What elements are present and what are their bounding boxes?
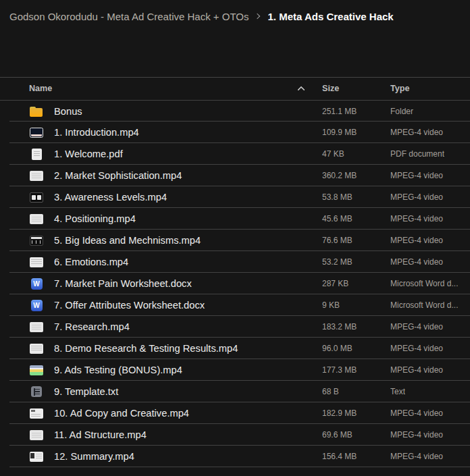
file-size: 183.2 MB xyxy=(322,322,357,332)
file-type: MPEG-4 video xyxy=(390,236,443,245)
file-size: 47 KB xyxy=(322,149,344,159)
file-size: 45.6 MB xyxy=(322,214,352,223)
file-row[interactable]: 7. Research.mp4 183.2 MB MPEG-4 video xyxy=(0,316,470,338)
file-type: MPEG-4 video xyxy=(390,430,443,440)
file-size: 109.9 MB xyxy=(322,128,357,137)
table-header: Name Size Type xyxy=(0,77,470,101)
file-list: Bonus 251.1 MB Folder 1. Introduction.mp… xyxy=(0,101,470,467)
file-row[interactable]: 3. Awareness Levels.mp4 53.8 MB MPEG-4 v… xyxy=(0,186,470,208)
finder-window: Godson Okorodudu - Meta Ad Creative Hack… xyxy=(0,0,470,476)
file-type: Microsoft Word d... xyxy=(390,279,458,288)
file-row[interactable]: 4. Positioning.mp4 45.6 MB MPEG-4 video xyxy=(0,208,470,230)
breadcrumb-current[interactable]: 1. Meta Ads Creative Hack xyxy=(267,11,393,22)
thumb-strip-icon xyxy=(30,234,43,246)
file-row[interactable]: Bonus 251.1 MB Folder xyxy=(0,101,470,122)
file-name: 11. Ad Structure.mp4 xyxy=(54,429,147,440)
column-header-type[interactable]: Type xyxy=(390,78,409,100)
file-name: 6. Emotions.mp4 xyxy=(54,257,128,267)
file-row[interactable]: 5. Big Ideas and Mechnisms.mp4 76.6 MB M… xyxy=(0,230,470,251)
file-size: 53.8 MB xyxy=(322,192,352,202)
file-size: 251.1 MB xyxy=(322,107,357,116)
file-type: MPEG-4 video xyxy=(390,344,443,353)
file-name: 9. Ads Testing (BONUS).mp4 xyxy=(54,365,182,375)
file-name: 10. Ad Copy and Creative.mp4 xyxy=(54,408,189,419)
file-type: MPEG-4 video xyxy=(390,214,443,223)
word-icon: W xyxy=(30,277,43,290)
file-size: 182.9 MB xyxy=(322,408,357,418)
thumb-lines-icon xyxy=(30,256,43,268)
column-header-name[interactable]: Name xyxy=(29,78,52,100)
file-row[interactable]: 10. Ad Copy and Creative.mp4 182.9 MB MP… xyxy=(0,402,470,424)
file-row[interactable]: 6. Emotions.mp4 53.2 MB MPEG-4 video xyxy=(0,251,470,273)
file-size: 68 B xyxy=(322,387,339,396)
file-size: 360.2 MB xyxy=(322,171,357,180)
file-name: 1. Welcome.pdf xyxy=(54,149,123,159)
file-type: Text xyxy=(390,387,405,396)
file-row[interactable]: 12. Summary.mp4 156.4 MB MPEG-4 video xyxy=(0,446,470,467)
thumb-light-icon xyxy=(30,169,43,182)
file-row[interactable]: 1. Welcome.pdf 47 KB PDF document xyxy=(0,143,470,165)
file-name: 12. Summary.mp4 xyxy=(54,451,134,462)
file-name: 7. Market Pain Worksheet.docx xyxy=(54,278,192,289)
file-row[interactable]: 9. Template.txt 68 B Text xyxy=(0,381,470,402)
thumb-sum-icon xyxy=(30,450,43,462)
file-name: 4. Positioning.mp4 xyxy=(54,213,136,224)
file-name: 3. Awareness Levels.mp4 xyxy=(54,192,167,203)
breadcrumb-parent[interactable]: Godson Okorodudu - Meta Ad Creative Hack… xyxy=(9,11,249,22)
text-icon xyxy=(30,386,43,398)
column-header-size[interactable]: Size xyxy=(322,78,339,100)
file-type: MPEG-4 video xyxy=(390,257,443,267)
file-row[interactable]: W 7. Market Pain Worksheet.docx 287 KB M… xyxy=(0,273,470,294)
file-name: Bonus xyxy=(54,106,82,117)
file-name: 5. Big Ideas and Mechnisms.mp4 xyxy=(54,235,201,246)
file-size: 177.3 MB xyxy=(322,365,357,375)
breadcrumb: Godson Okorodudu - Meta Ad Creative Hack… xyxy=(9,10,394,22)
thumb-light-icon xyxy=(30,321,43,333)
thumb-copy-icon xyxy=(30,407,43,419)
video-intro-icon xyxy=(30,126,43,138)
file-row[interactable]: 11. Ad Structure.mp4 69.6 MB MPEG-4 vide… xyxy=(0,424,470,446)
file-row[interactable]: W 7. Offer Attributes Worksheet.docx 9 K… xyxy=(0,294,470,316)
word-icon: W xyxy=(30,299,43,311)
file-name: 8. Demo Research & Testing Results.mp4 xyxy=(54,343,238,354)
file-type: MPEG-4 video xyxy=(390,192,443,202)
thumb-light-icon xyxy=(30,429,43,441)
file-name: 7. Offer Attributes Worksheet.docx xyxy=(54,300,205,311)
file-size: 287 KB xyxy=(322,279,348,288)
file-row[interactable]: 8. Demo Research & Testing Results.mp4 9… xyxy=(0,338,470,359)
file-row[interactable]: 1. Introduction.mp4 109.9 MB MPEG-4 vide… xyxy=(0,122,470,143)
pdf-page-icon xyxy=(30,148,43,160)
chevron-up-icon[interactable] xyxy=(297,86,305,93)
file-name: 9. Template.txt xyxy=(54,386,118,397)
file-size: 9 KB xyxy=(322,300,340,310)
thumb-color-icon xyxy=(30,364,43,376)
folder-icon xyxy=(30,105,43,117)
chevron-right-icon xyxy=(255,14,260,19)
file-type: MPEG-4 video xyxy=(390,452,443,461)
file-type: MPEG-4 video xyxy=(390,365,443,375)
thumb-lines-icon xyxy=(30,342,43,354)
file-row[interactable]: 9. Ads Testing (BONUS).mp4 177.3 MB MPEG… xyxy=(0,359,470,381)
file-size: 96.0 MB xyxy=(322,344,352,353)
file-name: 1. Introduction.mp4 xyxy=(54,127,139,138)
file-row[interactable]: 2. Market Sophistication.mp4 360.2 MB MP… xyxy=(0,165,470,186)
file-type: Folder xyxy=(390,107,413,116)
file-type: Microsoft Word d... xyxy=(390,300,458,310)
file-type: MPEG-4 video xyxy=(390,171,443,180)
file-size: 156.4 MB xyxy=(322,452,357,461)
file-size: 53.2 MB xyxy=(322,257,352,267)
thumb-boxes-icon xyxy=(30,191,43,203)
file-type: MPEG-4 video xyxy=(390,322,443,332)
file-size: 69.6 MB xyxy=(322,430,352,440)
file-name: 2. Market Sophistication.mp4 xyxy=(54,170,182,181)
file-type: MPEG-4 video xyxy=(390,408,443,418)
file-type: MPEG-4 video xyxy=(390,128,443,137)
file-type: PDF document xyxy=(390,149,444,159)
thumb-light-icon xyxy=(30,213,43,225)
file-size: 76.6 MB xyxy=(322,236,352,245)
file-name: 7. Research.mp4 xyxy=(54,321,130,332)
